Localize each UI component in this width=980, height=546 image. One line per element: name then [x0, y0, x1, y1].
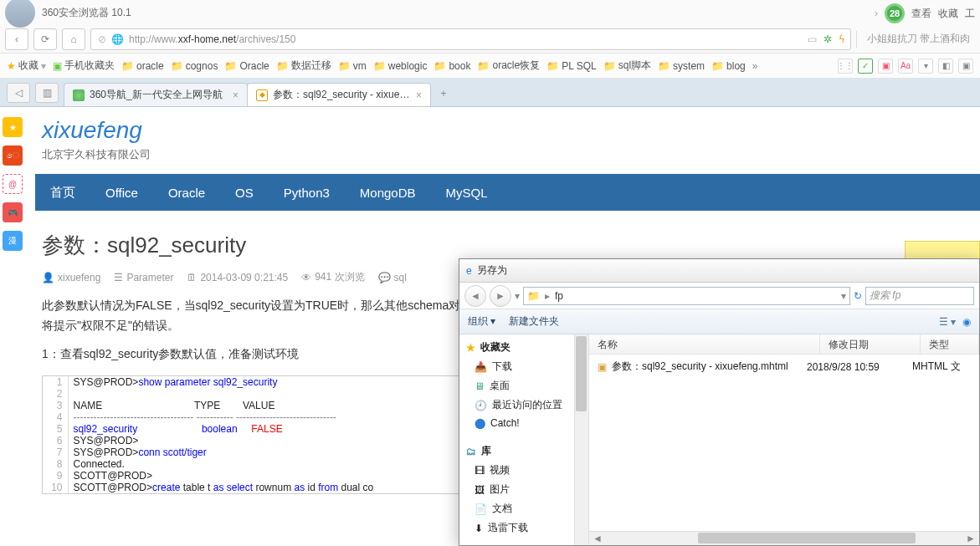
- breadcrumb[interactable]: 📁 ▸ fp ▾: [523, 287, 850, 305]
- recent-icon: 🕘: [475, 400, 487, 411]
- dock-star-icon[interactable]: ★: [3, 117, 23, 137]
- back-button[interactable]: ‹: [5, 28, 28, 50]
- titlebar-link[interactable]: 收藏: [938, 7, 958, 21]
- file-list-scrollbar[interactable]: ◄ ►: [589, 531, 979, 545]
- tree-pictures[interactable]: 🖼图片: [459, 480, 588, 499]
- col-type[interactable]: 类型: [921, 334, 979, 354]
- bookmark-folder[interactable]: 📁vm: [338, 60, 367, 72]
- site-company: 北京宇久科技有限公司: [35, 144, 980, 174]
- tab-article[interactable]: ◆ 参数：sql92_security - xixuefen ×: [247, 83, 431, 106]
- file-list-header[interactable]: 名称 修改日期 类型: [589, 334, 979, 355]
- tree-thunder[interactable]: ⬇迅雷下载: [459, 518, 588, 538]
- bookmarks-bar: ★收藏▾ ▣手机收藏夹 📁oracle 📁cognos 📁Oracle 📁数据迁…: [0, 54, 980, 79]
- dialog-search-input[interactable]: 搜索 fp: [865, 287, 974, 305]
- tool-icon[interactable]: ▾: [918, 59, 933, 74]
- folder-icon: 📁: [546, 60, 559, 72]
- dialog-back-button[interactable]: ◄: [464, 285, 486, 307]
- bookmark-folder[interactable]: 📁book: [434, 60, 470, 72]
- tree-favorites[interactable]: ★收藏夹: [459, 338, 588, 357]
- titlebar-link[interactable]: 工: [965, 7, 975, 21]
- nav-office[interactable]: Office: [105, 186, 138, 200]
- article-category[interactable]: Parameter: [126, 272, 173, 283]
- folder-icon: 📁: [338, 60, 351, 72]
- reader-icon[interactable]: ▭: [808, 33, 817, 45]
- flash-icon[interactable]: ϟ: [839, 33, 845, 45]
- tab-360nav[interactable]: 360导航_新一代安全上网导航 ×: [64, 83, 248, 106]
- article-date: 2014-03-09 0:21:45: [200, 272, 288, 283]
- close-icon[interactable]: ×: [233, 89, 239, 101]
- bookmark-folder[interactable]: 📁Oracle: [224, 60, 269, 72]
- home-button[interactable]: ⌂: [62, 28, 85, 50]
- article-title: 参数：sql92_security: [42, 231, 973, 260]
- chevron-right-icon: ›: [875, 8, 878, 19]
- article-author[interactable]: xixuefeng: [58, 272, 100, 283]
- bookmark-item[interactable]: ▣手机收藏夹: [53, 59, 115, 73]
- folder-icon: 📁: [603, 60, 616, 72]
- bookmark-folder[interactable]: 📁sql脚本: [603, 59, 651, 73]
- nav-os[interactable]: OS: [235, 186, 254, 200]
- dialog-forward-button[interactable]: ►: [490, 285, 511, 307]
- favorites-button[interactable]: ★收藏▾: [7, 59, 46, 73]
- tree-scrollbar[interactable]: [574, 334, 588, 545]
- tree-documents[interactable]: 📄文档: [459, 499, 588, 518]
- home-icon: ⌂: [70, 33, 76, 45]
- tool-icon[interactable]: ▣: [878, 59, 893, 74]
- tree-recent[interactable]: 🕘最近访问的位置: [459, 395, 588, 415]
- avatar[interactable]: [5, 0, 35, 28]
- extension-icon[interactable]: ⋮⋮: [838, 59, 853, 74]
- dock-weibo-icon[interactable]: ෙ: [3, 145, 23, 166]
- tree-videos[interactable]: 🎞视频: [459, 461, 588, 480]
- chevron-down-icon[interactable]: ▾: [515, 290, 520, 302]
- nav-mysql[interactable]: MySQL: [446, 186, 488, 200]
- file-row[interactable]: ▣ 参数：sql92_security - xixuefeng.mhtml 20…: [589, 355, 979, 379]
- site-nav: 首页 Office Oracle OS Python3 MongoDB MySQ…: [35, 174, 980, 211]
- col-name[interactable]: 名称: [589, 334, 820, 354]
- tab-list-button[interactable]: ▥: [35, 83, 59, 103]
- col-date[interactable]: 修改日期: [820, 334, 921, 354]
- organize-button[interactable]: 组织 ▾: [468, 314, 495, 329]
- bookmark-folder[interactable]: 📁weblogic: [373, 60, 428, 72]
- bookmark-folder[interactable]: 📁system: [658, 60, 705, 72]
- refresh-icon[interactable]: ↻: [854, 290, 862, 302]
- shield-badge[interactable]: 28: [885, 3, 905, 23]
- folder-icon: 📁: [171, 60, 183, 72]
- dock-at-icon[interactable]: @: [3, 174, 23, 194]
- bookmark-folder[interactable]: 📁PL SQL: [546, 60, 597, 72]
- help-icon[interactable]: ◉: [962, 316, 971, 328]
- shield-icon[interactable]: ✓: [858, 59, 873, 74]
- dock-game-icon[interactable]: 🎮: [3, 202, 23, 222]
- address-bar[interactable]: ⊘ 🌐 http://www.xxf-home.net/archives/150…: [90, 28, 851, 50]
- nav-python3[interactable]: Python3: [284, 186, 330, 200]
- nav-oracle[interactable]: Oracle: [168, 186, 205, 200]
- tree-catch[interactable]: ⬤Catch!: [459, 415, 588, 431]
- titlebar-link[interactable]: 查看: [911, 7, 931, 21]
- tab-history-back[interactable]: ◁: [7, 83, 30, 103]
- bookmark-folder[interactable]: 📁blog: [711, 60, 746, 72]
- bookmarks-more[interactable]: »: [752, 60, 758, 72]
- close-icon[interactable]: ×: [416, 89, 422, 101]
- sync-icon[interactable]: ✲: [824, 33, 832, 45]
- nav-home[interactable]: 首页: [50, 185, 75, 201]
- tree-desktop[interactable]: 🖥桌面: [459, 376, 588, 395]
- tool-icon[interactable]: ▣: [958, 59, 973, 74]
- bookmark-folder[interactable]: 📁oracle: [121, 60, 164, 72]
- new-folder-button[interactable]: 新建文件夹: [509, 314, 559, 329]
- bookmark-folder[interactable]: 📁oracle恢复: [477, 59, 540, 73]
- dialog-titlebar[interactable]: e 另存为: [459, 259, 979, 283]
- bookmark-folder[interactable]: 📁cognos: [171, 60, 218, 72]
- dialog-nav: ◄ ► ▾ 📁 ▸ fp ▾ ↻ 搜索 fp: [459, 283, 979, 309]
- article-comments[interactable]: sql: [394, 272, 407, 283]
- translate-icon[interactable]: Aa: [898, 59, 913, 74]
- nav-mongodb[interactable]: MongoDB: [360, 186, 416, 200]
- browser-titlebar: 360安全浏览器 10.1 › 28 查看 收藏 工: [0, 0, 980, 25]
- new-tab-button[interactable]: +: [434, 84, 454, 104]
- tree-libraries[interactable]: 🗂库: [459, 441, 588, 461]
- tool-icon[interactable]: ◧: [938, 59, 953, 74]
- browser-title: 360安全浏览器 10.1: [42, 6, 131, 20]
- tree-downloads[interactable]: 📥下载: [459, 357, 588, 376]
- bookmark-folder[interactable]: 📁数据迁移: [276, 59, 331, 73]
- dock-comic-icon[interactable]: 漫: [3, 231, 23, 251]
- view-mode-button[interactable]: ☰ ▾: [939, 316, 956, 328]
- refresh-button[interactable]: ⟳: [33, 28, 57, 50]
- site-brand[interactable]: xixuefeng: [35, 109, 980, 144]
